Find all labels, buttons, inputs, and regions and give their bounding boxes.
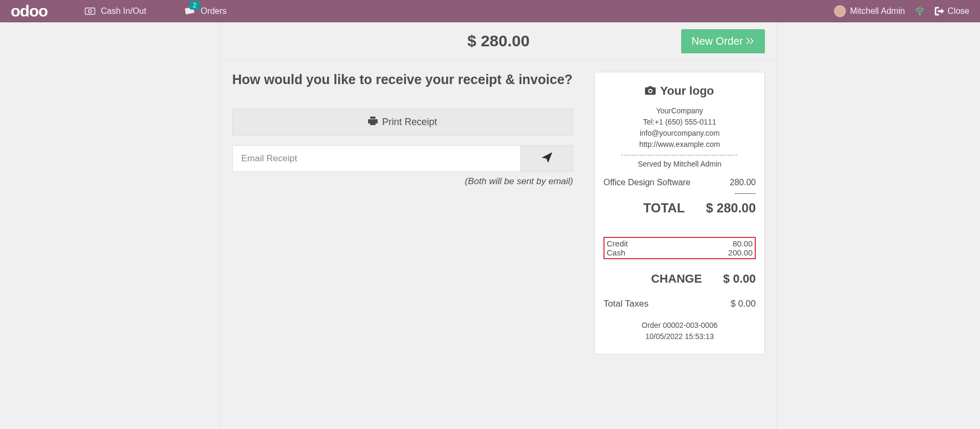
payment-amount: 200.00 [728, 248, 753, 257]
email-hint: (Both will be sent by email) [232, 176, 573, 187]
orders-button[interactable]: 2 Orders [184, 6, 227, 16]
ticket-icon: 2 [184, 6, 195, 16]
sign-out-icon [935, 7, 944, 15]
company-url: http://www.example.com [603, 139, 756, 150]
receipt-question: How would you like to receive your recei… [232, 72, 573, 87]
taxes-value: $ 0.00 [731, 299, 756, 309]
avatar [834, 5, 846, 17]
served-by: Served by Mitchell Admin [603, 160, 756, 168]
user-menu[interactable]: Mitchell Admin [834, 5, 905, 17]
svg-rect-0 [85, 8, 95, 14]
divider-dashes: ----------------------------------------… [603, 151, 756, 159]
logo-text: Your logo [660, 84, 714, 98]
order-reference: Order 00002-003-0006 [603, 320, 756, 331]
change-label: CHANGE [651, 272, 701, 286]
connection-status[interactable] [914, 7, 925, 15]
payment-name: Cash [607, 248, 625, 257]
total-label: TOTAL [643, 201, 685, 216]
send-email-button[interactable] [520, 146, 573, 171]
subtotal-dashes: -------- [603, 188, 756, 197]
payment-methods-box: Credit 80.00 Cash 200.00 [603, 237, 756, 259]
cash-in-out-button[interactable]: Cash In/Out [85, 6, 146, 16]
line-name: Office Design Software [603, 178, 690, 187]
close-button[interactable]: Close [935, 6, 969, 16]
line-amount: 280.00 [730, 178, 756, 187]
payment-name: Credit [607, 239, 628, 248]
chevron-double-right-icon [746, 35, 755, 47]
svg-point-4 [649, 90, 652, 93]
cash-label: Cash In/Out [101, 6, 146, 16]
wifi-icon [914, 7, 925, 15]
left-gutter [0, 22, 220, 429]
top-row: $ 280.00 New Order [220, 22, 777, 60]
print-label: Print Receipt [382, 117, 437, 128]
orders-badge: 2 [190, 1, 200, 10]
receipt-preview: Your logo YourCompany Tel:+1 (650) 555-0… [594, 72, 765, 354]
top-navbar: odoo Cash In/Out 2 Orders Mitchell Admin… [0, 0, 980, 22]
new-order-button[interactable]: New Order [681, 29, 765, 53]
user-name: Mitchell Admin [850, 6, 905, 16]
cash-icon [85, 7, 95, 15]
company-email: info@yourcompany.com [603, 128, 756, 139]
right-gutter [777, 22, 980, 429]
total-value: $ 280.00 [706, 201, 756, 216]
payment-line: Cash 200.00 [607, 248, 753, 257]
paper-plane-icon [542, 152, 552, 166]
taxes-label: Total Taxes [603, 299, 649, 309]
brand-logo[interactable]: odoo [11, 2, 47, 20]
svg-point-1 [88, 10, 92, 13]
company-name: YourCompany [603, 105, 756, 117]
orders-label: Orders [201, 6, 227, 16]
order-date: 10/05/2022 15:53:13 [603, 331, 756, 342]
company-tel: Tel:+1 (650) 555-0111 [603, 117, 756, 128]
order-line: Office Design Software 280.00 [603, 178, 756, 187]
change-value: $ 0.00 [723, 272, 756, 286]
payment-amount: 80.00 [732, 239, 753, 248]
printer-icon [368, 117, 378, 128]
order-amount: $ 280.00 [468, 32, 530, 50]
new-order-label: New Order [691, 35, 743, 47]
camera-icon [645, 84, 656, 98]
email-receipt-input[interactable] [233, 146, 520, 171]
payment-line: Credit 80.00 [607, 239, 753, 248]
print-receipt-button[interactable]: Print Receipt [232, 109, 573, 136]
close-label: Close [948, 6, 969, 16]
svg-point-2 [919, 14, 920, 15]
